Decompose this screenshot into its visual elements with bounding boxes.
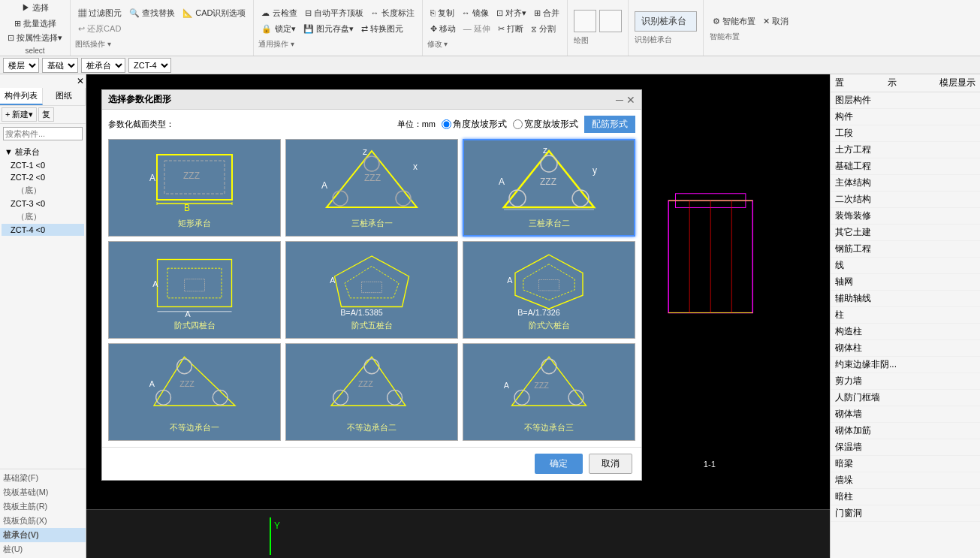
cloud-check-btn[interactable]: ☁ 云检查	[258, 6, 300, 20]
menu-item-raft-neg[interactable]: 筏板负筋(X)	[0, 514, 86, 528]
search-input[interactable]	[3, 127, 83, 140]
tab-component-list[interactable]: 构件列表	[0, 88, 43, 105]
copy-btn[interactable]: ⎘ 复制	[427, 6, 457, 20]
find-replace-btn[interactable]: 🔍 查找替换	[126, 6, 178, 20]
break-btn[interactable]: ✂ 打断	[495, 22, 526, 36]
align-btn[interactable]: ⊡ 对齐▾	[493, 6, 529, 20]
merge-btn[interactable]: ⊞ 合并	[531, 6, 562, 20]
dialog-cancel-btn[interactable]: 取消	[589, 454, 632, 474]
svg-point-89	[514, 390, 529, 405]
menu-item-raft-rebar[interactable]: 筏板主筋(R)	[0, 499, 86, 514]
batch-select-btn[interactable]: ⊞ 批量选择	[11, 17, 59, 31]
tree-item-zct1[interactable]: ZCT-1 <0	[2, 159, 84, 171]
shape-cell-5[interactable]: A B=A/1.7326 阶式六桩台	[463, 241, 635, 339]
lock-btn[interactable]: 🔒 锁定▾	[258, 22, 298, 36]
foundation-label: 基础工程	[835, 160, 871, 173]
right-item-construct-col[interactable]: 构造柱	[831, 324, 980, 340]
menu-item-pile-cap[interactable]: 桩承台(V)	[0, 528, 86, 542]
tree-item-pile-cap[interactable]: ▼ 桩承台	[2, 145, 84, 159]
svg-point-88	[541, 358, 556, 373]
type-select[interactable]: 桩承台	[81, 58, 125, 73]
length-mark-btn[interactable]: ↔ 长度标注	[368, 6, 418, 20]
menu-item-pile[interactable]: 桩(U)	[0, 542, 86, 556]
copy-component-btn[interactable]: 复	[38, 107, 54, 122]
right-item-masonry-wall[interactable]: 砌体墙	[831, 406, 980, 423]
shape-cell-7[interactable]: ZZZ 不等边承台二	[285, 343, 458, 441]
recognize-pile-btn[interactable]: 识别桩承台	[635, 11, 697, 32]
right-item-hidden-beam[interactable]: 暗梁	[831, 456, 980, 472]
tree-item-zct2[interactable]: ZCT-2 <0	[2, 171, 84, 183]
dialog-minimize-btn[interactable]: ─	[616, 94, 623, 106]
menu-item-raft-foundation[interactable]: 筏板基础(M)	[0, 485, 86, 499]
floor-select[interactable]: 楼层	[3, 58, 39, 73]
right-item-masonry-rebar[interactable]: 砌体加筋	[831, 423, 980, 439]
right-item-rebar[interactable]: 钢筋工程	[831, 241, 980, 258]
dialog-ok-btn[interactable]: 确定	[535, 454, 583, 474]
tab-drawings[interactable]: 图纸	[43, 88, 86, 105]
right-item-grid[interactable]: 轴网	[831, 274, 980, 291]
right-item-foundation[interactable]: 基础工程	[831, 158, 980, 175]
auto-level-btn[interactable]: ⊟ 自动平齐顶板	[302, 6, 366, 20]
shape-cell-8[interactable]: ZZZ A 不等边承台三	[463, 343, 635, 441]
tree-item-zct3-bottom[interactable]: （底）	[2, 210, 84, 224]
right-item-constraint-edge[interactable]: 约束边缘非阴...	[831, 357, 980, 373]
smart-layout-btn[interactable]: ⚙ 智能布置	[710, 14, 758, 29]
svg-point-77	[177, 358, 192, 373]
right-item-door-window[interactable]: 门窗洞	[831, 505, 980, 522]
select-tool-btn[interactable]: ▶ 选择	[19, 1, 52, 15]
stage-label: 工段	[835, 127, 853, 140]
right-item-decoration[interactable]: 装饰装修	[831, 208, 980, 225]
shape-cell-4[interactable]: A B=A/1.5385 阶式五桩台	[285, 241, 458, 339]
right-item-masonry-col[interactable]: 砌体柱	[831, 340, 980, 357]
shape-cell-0[interactable]: ZZZ A B 矩形承台	[108, 139, 281, 237]
component-label: 构件	[835, 110, 853, 123]
svg-text:A: A	[499, 176, 505, 187]
right-item-shear-wall[interactable]: 剪力墙	[831, 373, 980, 390]
other-label: 其它土建	[835, 226, 871, 239]
tree-item-zct3[interactable]: ZCT-3 <0	[2, 198, 84, 210]
new-btn[interactable]: + 新建▾	[2, 107, 37, 122]
right-item-component[interactable]: 构件	[831, 109, 980, 125]
tree-item-zct2-bottom[interactable]: （底）	[2, 183, 84, 198]
shape-cell-2[interactable]: ZZZ A z y 三桩承台二	[463, 139, 635, 237]
extend-btn[interactable]: — 延伸	[460, 22, 493, 36]
svg-text:B=A/1.5385: B=A/1.5385	[340, 308, 383, 317]
attr-select-btn[interactable]: ⊡ 按属性选择▾	[5, 31, 65, 45]
restore-cad-btn[interactable]: ↩ 还原CAD	[75, 22, 124, 36]
split-btn[interactable]: ⧖ 分割	[528, 22, 559, 36]
menu-item-foundation-beam[interactable]: 基础梁(F)	[0, 471, 86, 485]
shape-label-4: 阶式五桩台	[351, 320, 393, 331]
category-select[interactable]: 基础	[42, 58, 78, 73]
sidebar-close-btn[interactable]: ✕	[77, 76, 84, 86]
dialog-close-btn[interactable]: ✕	[626, 94, 635, 106]
right-item-civil-defense[interactable]: 人防门框墙	[831, 390, 980, 406]
radio-angle[interactable]: 角度放坡形式	[442, 118, 507, 131]
convert-btn[interactable]: ⇄ 转换图元	[358, 22, 406, 36]
right-item-other[interactable]: 其它土建	[831, 225, 980, 241]
move-btn[interactable]: ✥ 移动	[427, 22, 459, 36]
element-select[interactable]: ZCT-4	[128, 58, 171, 73]
right-item-stage[interactable]: 工段	[831, 125, 980, 142]
cancel-smart-btn[interactable]: ✕ 取消	[760, 14, 792, 29]
right-item-insulation-wall[interactable]: 保温墙	[831, 439, 980, 456]
right-item-layer-component[interactable]: 图层构件	[831, 92, 980, 109]
element-store-btn[interactable]: 💾 图元存盘▾	[300, 22, 357, 36]
right-item-earthwork[interactable]: 土方工程	[831, 142, 980, 158]
earthwork-label: 土方工程	[835, 143, 871, 156]
right-item-secondary[interactable]: 二次结构	[831, 192, 980, 208]
shape-cell-3[interactable]: A A 阶式四桩台	[108, 241, 281, 339]
right-item-column[interactable]: 柱	[831, 307, 980, 324]
shape-cell-6[interactable]: ZZZ A 不等边承台一	[108, 343, 281, 441]
right-item-hidden-col[interactable]: 暗柱	[831, 489, 980, 505]
shape-cell-1[interactable]: ZZZ A z x 三桩承台一	[285, 139, 458, 237]
right-item-line[interactable]: 线	[831, 258, 980, 274]
right-item-wall-buttress[interactable]: 墙垛	[831, 472, 980, 489]
config-rebar-btn[interactable]: 配筋形式	[584, 116, 635, 133]
radio-width[interactable]: 宽度放坡形式	[513, 118, 578, 131]
mirror-btn[interactable]: ↔ 镜像	[459, 6, 492, 20]
cad-recognize-btn[interactable]: 📐 CAD识别选项	[179, 6, 249, 20]
filter-btn[interactable]: ▦ 过滤图元	[75, 6, 125, 20]
right-item-aux-axis[interactable]: 辅助轴线	[831, 291, 980, 307]
right-item-main-structure[interactable]: 主体结构	[831, 175, 980, 192]
tree-item-zct4[interactable]: ZCT-4 <0	[2, 224, 84, 236]
